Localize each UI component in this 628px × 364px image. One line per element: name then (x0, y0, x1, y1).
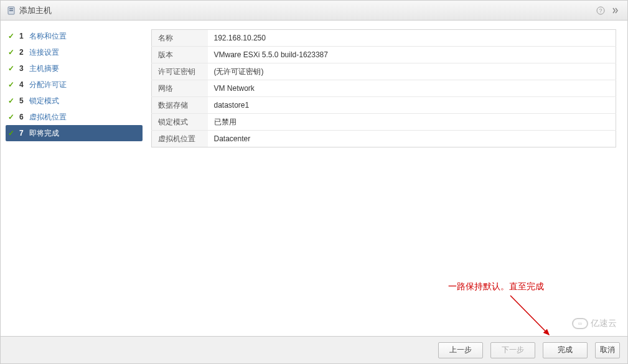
row-license: 许可证密钥 (无许可证密钥) (152, 63, 616, 80)
check-icon: ✓ (8, 80, 17, 89)
dialog-title: 添加主机 (19, 5, 591, 16)
step-number: 2 (19, 48, 28, 57)
cell-key: 数据存储 (152, 97, 208, 114)
help-icon[interactable]: ? (595, 5, 606, 16)
step-number: 5 (19, 96, 28, 105)
summary-table: 名称 192.168.10.250 版本 VMware ESXi 5.5.0 b… (151, 29, 616, 147)
cell-value: 已禁用 (208, 114, 616, 131)
content-panel: 名称 192.168.10.250 版本 VMware ESXi 5.5.0 b… (148, 21, 627, 336)
row-vm-location: 虚拟机位置 Datacenter (152, 131, 616, 147)
cell-value: datastore1 (208, 97, 616, 114)
next-button: 下一步 (490, 342, 535, 358)
step-number: 6 (19, 113, 28, 121)
step-number: 3 (19, 64, 28, 73)
cell-key: 虚拟机位置 (152, 131, 208, 147)
check-icon: ✓ (8, 129, 17, 138)
step-label: 即将完成 (29, 128, 59, 139)
cancel-button[interactable]: 取消 (595, 342, 620, 358)
cell-key: 名称 (152, 30, 208, 47)
row-network: 网络 VM Network (152, 80, 616, 97)
titlebar: 添加主机 ? (1, 1, 627, 21)
footer: 上一步 下一步 完成 取消 (1, 336, 627, 363)
cell-key: 版本 (152, 47, 208, 63)
step-host-summary[interactable]: ✓ 3 主机摘要 (6, 60, 143, 77)
check-icon: ✓ (8, 113, 17, 121)
step-label: 主机摘要 (29, 63, 59, 74)
cell-value: VM Network (208, 80, 616, 97)
check-icon: ✓ (8, 48, 17, 57)
cell-key: 网络 (152, 80, 208, 97)
cell-value: (无许可证密钥) (208, 63, 616, 80)
row-lockdown: 锁定模式 已禁用 (152, 114, 616, 131)
step-assign-license[interactable]: ✓ 4 分配许可证 (6, 77, 143, 93)
step-label: 虚拟机位置 (29, 112, 67, 123)
row-datastore: 数据存储 datastore1 (152, 97, 616, 114)
back-button[interactable]: 上一步 (438, 342, 483, 358)
step-lockdown-mode[interactable]: ✓ 5 锁定模式 (6, 93, 143, 109)
row-version: 版本 VMware ESXi 5.5.0 build-1623387 (152, 47, 616, 63)
step-label: 连接设置 (29, 47, 59, 58)
check-icon: ✓ (8, 64, 17, 73)
wizard-steps: ✓ 1 名称和位置 ✓ 2 连接设置 ✓ 3 主机摘要 ✓ 4 分配许可证 ✓ (1, 21, 148, 336)
step-label: 名称和位置 (29, 31, 67, 42)
body-area: ✓ 1 名称和位置 ✓ 2 连接设置 ✓ 3 主机摘要 ✓ 4 分配许可证 ✓ (1, 21, 627, 336)
check-icon: ✓ (8, 32, 17, 40)
finish-button[interactable]: 完成 (543, 342, 588, 358)
cell-value: VMware ESXi 5.5.0 build-1623387 (208, 47, 616, 63)
step-ready-to-complete[interactable]: ✓ 7 即将完成 (6, 125, 143, 141)
cell-key: 锁定模式 (152, 114, 208, 131)
step-name-location[interactable]: ✓ 1 名称和位置 (6, 28, 143, 44)
step-label: 分配许可证 (29, 80, 67, 90)
step-number: 7 (19, 129, 28, 138)
svg-text:?: ? (599, 7, 602, 14)
check-icon: ✓ (8, 96, 17, 105)
add-host-dialog: 添加主机 ? ✓ 1 名称和位置 ✓ 2 连接设置 ✓ 3 主机摘要 (0, 0, 628, 364)
step-label: 锁定模式 (29, 96, 59, 106)
step-connection-settings[interactable]: ✓ 2 连接设置 (6, 44, 143, 60)
cell-value: 192.168.10.250 (208, 30, 616, 47)
expand-icon[interactable] (610, 5, 621, 16)
cell-value: Datacenter (208, 131, 616, 147)
step-vm-location[interactable]: ✓ 6 虚拟机位置 (6, 109, 143, 125)
svg-rect-2 (9, 10, 13, 11)
cell-key: 许可证密钥 (152, 63, 208, 80)
row-name: 名称 192.168.10.250 (152, 30, 616, 47)
step-number: 4 (19, 80, 28, 89)
host-icon (7, 6, 16, 15)
step-number: 1 (19, 32, 28, 40)
svg-rect-1 (9, 8, 13, 9)
